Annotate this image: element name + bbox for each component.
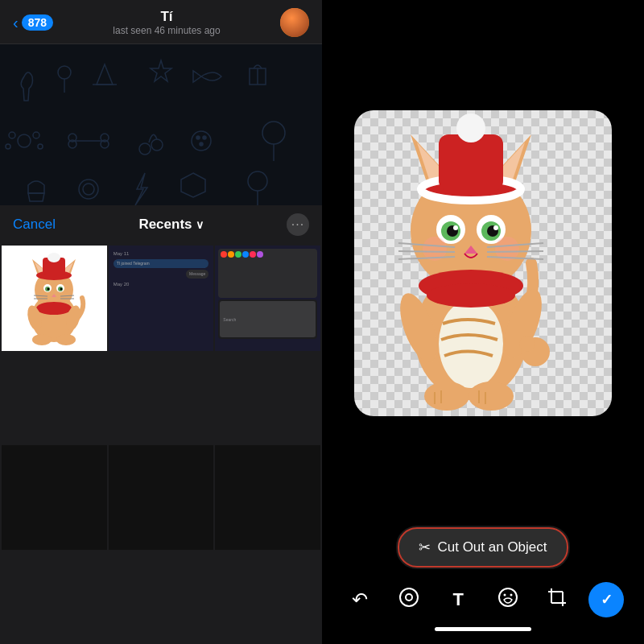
bottom-toolbar: ↶ T	[322, 576, 644, 644]
photo-thumb-empty-3[interactable]	[215, 445, 320, 551]
chevron-down-icon: ∨	[196, 218, 204, 231]
svg-point-48	[36, 302, 72, 315]
svg-point-86	[519, 336, 535, 352]
back-chevron-icon: ‹	[13, 14, 19, 32]
cut-out-button-area: ✂ Cut Out an Object	[322, 518, 644, 576]
contact-status: last seen 46 minutes ago	[113, 25, 220, 36]
svg-point-41	[47, 288, 50, 291]
svg-point-26	[248, 171, 267, 191]
svg-point-21	[200, 142, 203, 146]
svg-point-71	[493, 225, 498, 230]
svg-point-0	[58, 66, 71, 79]
crop-button[interactable]	[539, 582, 575, 617]
chat-header: ‹ 878 Tí last seen 46 minutes ago	[0, 0, 322, 44]
photos-picker: Cancel Recents ∨ ···	[0, 205, 322, 644]
photo-thumb-empty-1[interactable]	[2, 445, 107, 551]
text-button[interactable]: T	[440, 582, 476, 617]
ellipsis-icon: ···	[291, 217, 304, 232]
recents-dropdown[interactable]: Recents ∨	[138, 217, 203, 233]
svg-marker-3	[151, 60, 171, 81]
sticker-icon	[497, 587, 518, 613]
svg-point-25	[83, 184, 94, 195]
svg-point-54	[439, 299, 503, 388]
svg-point-82	[427, 283, 515, 308]
image-preview-area	[322, 0, 644, 518]
cancel-button[interactable]: Cancel	[13, 217, 56, 233]
photo-thumb-ui[interactable]: Search	[215, 246, 320, 351]
doodle-pattern	[0, 44, 322, 205]
svg-point-50	[56, 334, 76, 345]
svg-point-70	[453, 225, 458, 230]
cut-out-button[interactable]: ✂ Cut Out an Object	[398, 527, 568, 568]
svg-point-89	[400, 588, 418, 606]
home-indicator	[435, 627, 531, 631]
svg-line-79	[487, 251, 543, 252]
cat-thumbnail-svg	[6, 250, 102, 346]
draw-button[interactable]	[391, 582, 427, 617]
svg-point-87	[424, 382, 469, 411]
sticker-button[interactable]	[490, 582, 526, 617]
svg-point-63	[456, 114, 485, 142]
svg-point-20	[203, 136, 206, 139]
left-panel: ‹ 878 Tí last seen 46 minutes ago	[0, 0, 322, 644]
photo-thumb-empty-2[interactable]	[109, 445, 214, 551]
photo-thumb-cat[interactable]	[2, 246, 107, 351]
image-card	[354, 110, 612, 416]
avatar-image	[280, 8, 309, 37]
svg-point-8	[33, 132, 39, 138]
right-panel: ✂ Cut Out an Object ↶ T	[322, 0, 644, 644]
checkmark-icon: ✓	[601, 591, 613, 609]
svg-point-7	[9, 132, 15, 138]
svg-point-90	[406, 594, 412, 601]
svg-point-22	[262, 122, 285, 144]
svg-point-36	[47, 253, 60, 262]
back-arrow-icon: ↶	[352, 588, 368, 611]
svg-rect-62	[439, 134, 503, 191]
svg-point-10	[38, 144, 43, 149]
header-center: Tí last seen 46 minutes ago	[113, 9, 220, 36]
svg-line-76	[398, 251, 455, 252]
undo-button[interactable]: ↶	[342, 582, 378, 617]
svg-point-9	[6, 144, 10, 149]
confirm-button[interactable]: ✓	[588, 582, 624, 617]
svg-point-17	[151, 139, 163, 151]
svg-point-18	[192, 131, 211, 151]
chat-background	[0, 44, 322, 205]
svg-point-88	[469, 382, 514, 411]
picker-toolbar: Cancel Recents ∨ ···	[0, 205, 322, 244]
more-options-button[interactable]: ···	[287, 213, 309, 236]
scissors-icon: ✂	[419, 539, 431, 556]
notification-badge: 878	[22, 14, 53, 31]
pen-circle-icon	[398, 587, 419, 613]
svg-point-19	[196, 136, 200, 139]
svg-point-16	[139, 143, 151, 155]
contact-name: Tí	[160, 9, 172, 25]
svg-point-93	[510, 594, 512, 597]
photos-grid: May 11 TI joined Telegram Message May 20	[0, 244, 322, 644]
svg-point-24	[79, 180, 98, 199]
back-button[interactable]: ‹ 878	[13, 14, 53, 32]
avatar[interactable]	[280, 8, 309, 37]
svg-point-92	[503, 594, 506, 597]
text-icon: T	[453, 589, 464, 610]
toolbar-icons: ↶ T	[322, 582, 644, 617]
cat-preview-svg	[354, 110, 612, 416]
svg-point-42	[60, 288, 63, 291]
cut-out-label: Cut Out an Object	[437, 539, 547, 555]
crop-icon	[547, 587, 568, 613]
photo-thumb-chat[interactable]: May 11 TI joined Telegram Message May 20	[109, 246, 214, 351]
svg-point-6	[18, 134, 31, 147]
svg-point-49	[32, 334, 52, 345]
